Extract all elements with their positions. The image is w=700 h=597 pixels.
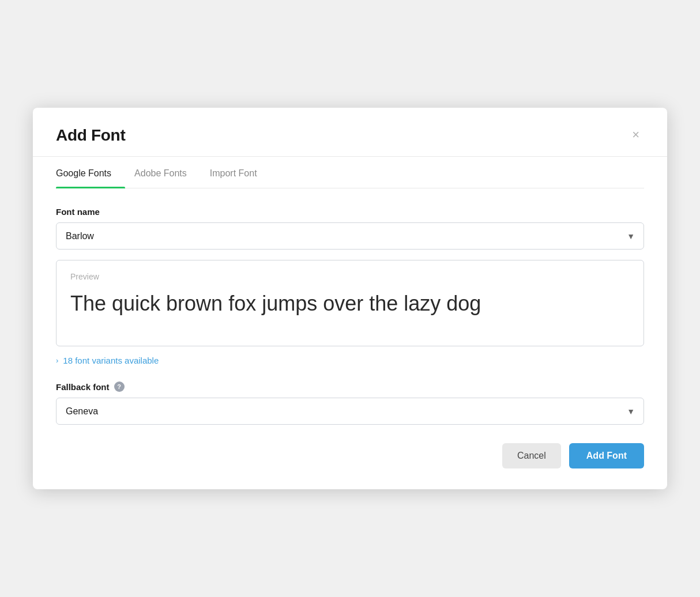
fallback-font-help-icon[interactable]: ? [114, 381, 125, 392]
tab-import-font[interactable]: Import Font [210, 157, 271, 188]
font-variants-info[interactable]: › 18 font variants available [56, 356, 644, 365]
dialog-header: Add Font × [33, 108, 667, 157]
dialog-body: Google Fonts Adobe Fonts Import Font Fon… [33, 157, 667, 489]
chevron-right-icon: › [56, 356, 58, 365]
add-font-dialog: Add Font × Google Fonts Adobe Fonts Impo… [33, 108, 667, 489]
dialog-footer: Cancel Add Font [56, 443, 644, 468]
close-button[interactable]: × [627, 126, 644, 143]
fallback-font-select[interactable]: GenevaArialHelveticaTimes New RomanGeorg… [56, 398, 644, 425]
fallback-font-label: Fallback font ? [56, 381, 644, 392]
add-font-button[interactable]: Add Font [569, 443, 644, 468]
dialog-title: Add Font [56, 126, 125, 145]
font-preview-box: Preview The quick brown fox jumps over t… [56, 260, 644, 346]
tab-bar: Google Fonts Adobe Fonts Import Font [56, 157, 644, 188]
variants-text: 18 font variants available [63, 356, 159, 365]
tab-google-fonts[interactable]: Google Fonts [56, 157, 125, 188]
cancel-button[interactable]: Cancel [502, 443, 561, 468]
preview-label: Preview [70, 272, 630, 281]
font-name-select-wrapper: BarlowRobotoOpen SansLatoMontserrat ▼ [56, 222, 644, 250]
font-name-label: Font name [56, 207, 644, 217]
tab-adobe-fonts[interactable]: Adobe Fonts [134, 157, 201, 188]
fallback-font-select-wrapper: GenevaArialHelveticaTimes New RomanGeorg… [56, 398, 644, 425]
preview-text: The quick brown fox jumps over the lazy … [70, 290, 630, 318]
font-name-select[interactable]: BarlowRobotoOpen SansLatoMontserrat [56, 222, 644, 250]
